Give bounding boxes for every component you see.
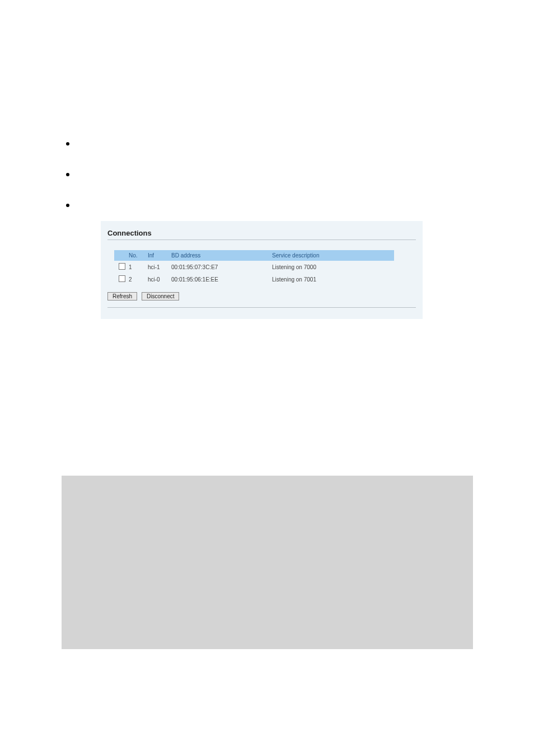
bullet-item — [62, 190, 472, 196]
button-row: Refresh Disconnect — [107, 292, 416, 300]
cell-no: 2 — [128, 276, 148, 283]
placeholder-block — [62, 476, 473, 649]
cell-bd: 00:01:95:06:1E:EE — [171, 276, 272, 283]
connections-panel: Connections No. Inf BD address Service d… — [101, 221, 423, 319]
bullet-list — [62, 129, 472, 196]
divider — [107, 307, 416, 308]
row-checkbox[interactable] — [119, 275, 125, 282]
table-header: No. Inf BD address Service description — [114, 250, 394, 261]
connections-table: No. Inf BD address Service description 1… — [114, 250, 394, 285]
col-bd: BD address — [171, 252, 272, 259]
table-row: 1 hci-1 00:01:95:07:3C:E7 Listening on 7… — [114, 261, 394, 273]
cell-sd: Listening on 7001 — [272, 276, 394, 283]
row-checkbox[interactable] — [119, 263, 125, 270]
col-inf: Inf — [148, 252, 171, 259]
cell-inf: hci-1 — [148, 264, 171, 270]
cell-bd: 00:01:95:07:3C:E7 — [171, 264, 272, 270]
refresh-button[interactable]: Refresh — [107, 292, 137, 300]
cell-inf: hci-0 — [148, 276, 171, 283]
bullet-item — [62, 129, 472, 134]
disconnect-button[interactable]: Disconnect — [142, 292, 179, 300]
col-no: No. — [128, 252, 148, 259]
cell-no: 1 — [128, 264, 148, 270]
col-sd: Service description — [272, 252, 394, 259]
cell-sd: Listening on 7000 — [272, 264, 394, 270]
bullet-item — [62, 159, 472, 165]
panel-title: Connections — [107, 229, 416, 237]
table-row: 2 hci-0 00:01:95:06:1E:EE Listening on 7… — [114, 273, 394, 285]
divider — [107, 240, 416, 240]
